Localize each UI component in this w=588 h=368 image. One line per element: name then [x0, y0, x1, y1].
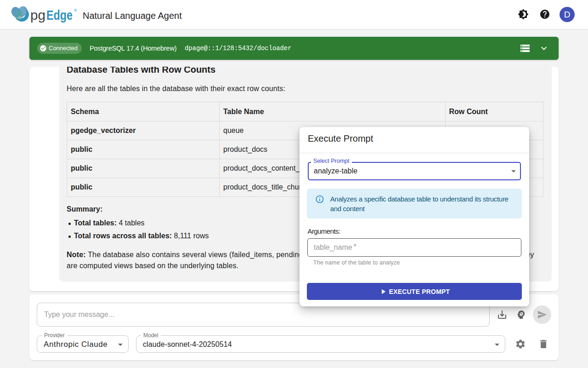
svg-text:pg: pg — [30, 7, 45, 23]
svg-text:®: ® — [74, 8, 77, 13]
svg-text:Edge: Edge — [46, 7, 73, 23]
